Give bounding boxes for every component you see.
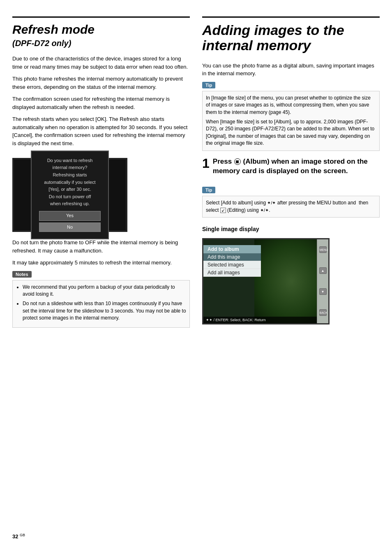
down-side-btn[interactable]: ▼ xyxy=(319,288,327,295)
up-side-btn[interactable]: ▲ xyxy=(319,267,327,274)
left-para-3: The confirmation screen used for refresh… xyxy=(12,95,190,111)
left-column: Refresh mode (DPF-D72 only) Due to one o… xyxy=(12,16,190,540)
right-column: Adding images to theinternal memory You … xyxy=(202,16,380,540)
tip1-line-2: When [Image file size] is set to [Album]… xyxy=(206,118,376,147)
step1-text: 1 Press ▣ (Album) when an image stored o… xyxy=(202,157,380,176)
side-buttons: MENU ▲ ▼ BACK xyxy=(317,239,328,323)
menu-item-3[interactable]: Add all images xyxy=(203,269,261,277)
yes-button[interactable]: Yes xyxy=(39,211,101,221)
page-number: 32 GB xyxy=(12,521,190,540)
note-2: Do not run a slideshow with less than 10… xyxy=(23,300,186,322)
right-divider xyxy=(202,16,380,18)
camera-screen: Add to album Add this image Selected ima… xyxy=(202,238,330,324)
left-para-4: The refresh starts when you select [OK].… xyxy=(12,115,190,147)
tip2-line-1: Select [Add to album] using ✦/✦ after pr… xyxy=(206,199,376,214)
tip2-label: Tip xyxy=(202,187,215,193)
notes-content: We recommend that you perform a backup o… xyxy=(12,280,190,328)
left-para-1: Due to one of the characteristics of the… xyxy=(12,55,190,71)
left-title: Refresh mode xyxy=(12,23,190,36)
left-subtitle: (DPF-D72 only) xyxy=(12,39,190,48)
no-button[interactable]: No xyxy=(39,222,101,232)
page: Refresh mode (DPF-D72 only) Due to one o… xyxy=(0,0,392,556)
left-para-2: This photo frame refreshes the internal … xyxy=(12,75,190,91)
tip2-section: Tip Select [Add to album] using ✦/✦ afte… xyxy=(202,187,380,223)
tip1-content: In [Image file size] of the menu, you ca… xyxy=(202,91,380,151)
bottom-bar: ✦✦ / ENTER: Select, BACK: Return xyxy=(203,317,317,323)
menu-side-btn[interactable]: MENU xyxy=(319,246,327,253)
right-title: Adding images to theinternal memory xyxy=(202,23,380,53)
left-divider xyxy=(12,16,190,18)
screen-menu: Add to album Add this image Selected ima… xyxy=(203,245,261,277)
note-1: We recommend that you perform a backup o… xyxy=(23,284,186,298)
tip1-label: Tip xyxy=(202,82,215,88)
notes-label: Notes xyxy=(12,271,32,278)
after-screen-para-2: It may take approximately 5 minutes to r… xyxy=(12,259,190,267)
tip1-section: Tip In [Image file size] of the menu, yo… xyxy=(202,82,380,157)
album-icon: ▣ xyxy=(234,158,241,165)
step1-block: 1 Press ▣ (Album) when an image stored o… xyxy=(202,157,380,181)
tip2-content: Select [Add to album] using ✦/✦ after pr… xyxy=(202,196,380,218)
step1-number: 1 xyxy=(202,157,210,170)
screen-text: Do you want to refresh internal memory? … xyxy=(39,157,101,208)
after-screen-para-1: Do not turn the photo frame to OFF while… xyxy=(12,239,190,255)
screen-inner: Do you want to refresh internal memory? … xyxy=(31,151,109,239)
menu-title: Add to album xyxy=(203,245,261,253)
notes-section: Notes We recommend that you perform a ba… xyxy=(12,271,190,328)
right-intro: You can use the photo frame as a digital… xyxy=(202,62,380,78)
menu-item-1[interactable]: Add this image xyxy=(203,253,261,261)
menu-item-2[interactable]: Selected images xyxy=(203,261,261,269)
refresh-screen: Do you want to refresh internal memory? … xyxy=(12,158,127,232)
single-image-display-heading: Single image display xyxy=(202,226,380,232)
tip1-line-1: In [Image file size] of the menu, you ca… xyxy=(206,95,376,116)
back-side-btn[interactable]: BACK xyxy=(319,309,327,316)
bottom-bar-text: ✦✦ / ENTER: Select, BACK: Return xyxy=(206,318,266,322)
